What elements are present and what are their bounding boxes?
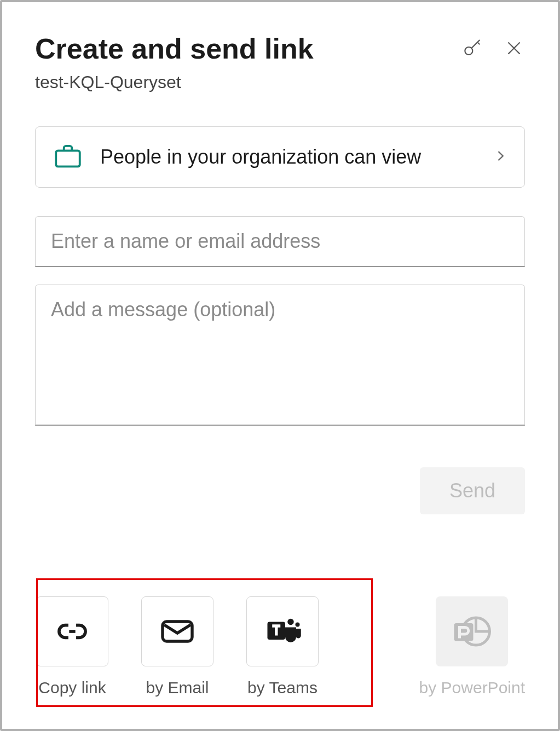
svg-point-0 bbox=[465, 47, 472, 55]
permission-text: People in your organization can view bbox=[100, 144, 476, 171]
send-button[interactable]: Send bbox=[420, 467, 525, 514]
copy-link-label: Copy link bbox=[38, 678, 106, 697]
share-dialog: Create and send link test-KQL-Queryset bbox=[0, 0, 560, 731]
copy-link-option[interactable]: Copy link bbox=[36, 596, 108, 697]
by-powerpoint-label: by PowerPoint bbox=[419, 678, 525, 697]
briefcase-icon bbox=[52, 140, 84, 174]
svg-point-7 bbox=[287, 619, 294, 625]
key-icon[interactable] bbox=[461, 37, 483, 59]
link-icon bbox=[36, 596, 108, 666]
svg-point-8 bbox=[296, 623, 300, 627]
queryset-name: test-KQL-Queryset bbox=[35, 72, 461, 92]
svg-line-2 bbox=[477, 42, 480, 44]
by-powerpoint-option[interactable]: by PowerPoint bbox=[419, 596, 525, 697]
by-email-label: by Email bbox=[146, 678, 209, 697]
by-email-option[interactable]: by Email bbox=[141, 596, 213, 697]
mail-icon bbox=[141, 596, 213, 666]
chevron-right-icon bbox=[493, 148, 508, 166]
teams-icon bbox=[246, 596, 319, 666]
send-row: Send bbox=[35, 467, 525, 514]
svg-rect-11 bbox=[454, 623, 474, 641]
share-options: Copy link by Email bbox=[36, 596, 525, 697]
by-teams-label: by Teams bbox=[247, 678, 317, 697]
powerpoint-icon bbox=[436, 596, 508, 666]
permission-selector[interactable]: People in your organization can view bbox=[35, 126, 525, 188]
dialog-title: Create and send link bbox=[35, 33, 461, 66]
message-input[interactable] bbox=[35, 285, 525, 426]
header-text-block: Create and send link test-KQL-Queryset bbox=[35, 33, 461, 92]
close-icon[interactable] bbox=[503, 37, 525, 59]
recipient-input[interactable] bbox=[35, 216, 525, 267]
dialog-header: Create and send link test-KQL-Queryset bbox=[35, 33, 525, 92]
header-icons bbox=[461, 33, 525, 59]
svg-rect-5 bbox=[56, 150, 80, 166]
by-teams-option[interactable]: by Teams bbox=[246, 596, 319, 697]
